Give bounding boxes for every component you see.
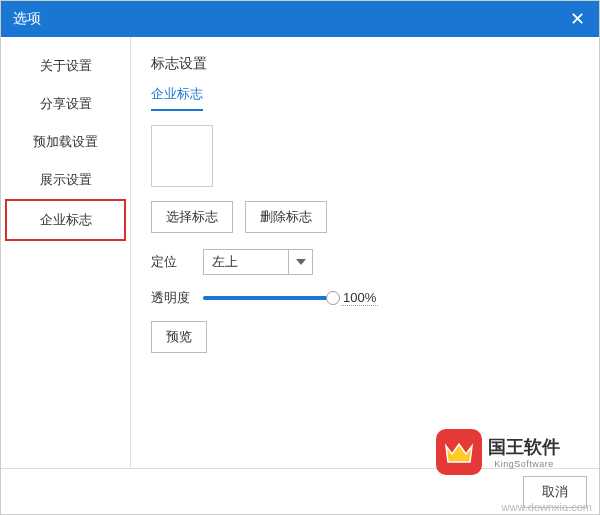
- opacity-label: 透明度: [151, 289, 193, 307]
- sidebar-item-display[interactable]: 展示设置: [1, 161, 130, 199]
- preview-button[interactable]: 预览: [151, 321, 207, 353]
- options-dialog: 选项 ✕ 关于设置 分享设置 预加载设置 展示设置 企业标志 标志设置 企业标志…: [0, 0, 600, 515]
- slider-fill: [203, 296, 333, 300]
- cancel-button[interactable]: 取消: [523, 476, 587, 508]
- opacity-row: 透明度 100%: [151, 289, 579, 307]
- sidebar-item-label: 展示设置: [40, 172, 92, 187]
- tab-enterprise-logo[interactable]: 企业标志: [151, 85, 203, 111]
- close-icon[interactable]: ✕: [567, 8, 587, 30]
- section-title: 标志设置: [151, 55, 579, 73]
- opacity-value[interactable]: 100%: [341, 290, 378, 306]
- logo-preview-box: [151, 125, 213, 187]
- chevron-down-icon: [288, 250, 312, 274]
- position-row: 定位 左上: [151, 249, 579, 275]
- dialog-title: 选项: [13, 10, 567, 28]
- sidebar-item-label: 关于设置: [40, 58, 92, 73]
- preview-row: 预览: [151, 321, 579, 353]
- sidebar-item-label: 预加载设置: [33, 134, 98, 149]
- select-logo-button[interactable]: 选择标志: [151, 201, 233, 233]
- position-label: 定位: [151, 253, 193, 271]
- position-select[interactable]: 左上: [203, 249, 313, 275]
- logo-button-row: 选择标志 删除标志: [151, 201, 579, 233]
- sidebar-item-label: 分享设置: [40, 96, 92, 111]
- opacity-slider-wrap: 100%: [203, 290, 378, 306]
- sidebar: 关于设置 分享设置 预加载设置 展示设置 企业标志: [1, 37, 131, 468]
- dialog-body: 关于设置 分享设置 预加载设置 展示设置 企业标志 标志设置 企业标志 选择标志…: [1, 37, 599, 468]
- sidebar-item-preload[interactable]: 预加载设置: [1, 123, 130, 161]
- dialog-footer: 取消: [1, 468, 599, 514]
- content-panel: 标志设置 企业标志 选择标志 删除标志 定位 左上 透明度: [131, 37, 599, 468]
- sidebar-item-about[interactable]: 关于设置: [1, 47, 130, 85]
- titlebar: 选项 ✕: [1, 1, 599, 37]
- position-value: 左上: [212, 253, 238, 271]
- sidebar-item-logo[interactable]: 企业标志: [5, 199, 126, 241]
- opacity-slider[interactable]: [203, 290, 333, 306]
- sidebar-item-label: 企业标志: [40, 212, 92, 227]
- slider-thumb[interactable]: [326, 291, 340, 305]
- sidebar-item-share[interactable]: 分享设置: [1, 85, 130, 123]
- delete-logo-button[interactable]: 删除标志: [245, 201, 327, 233]
